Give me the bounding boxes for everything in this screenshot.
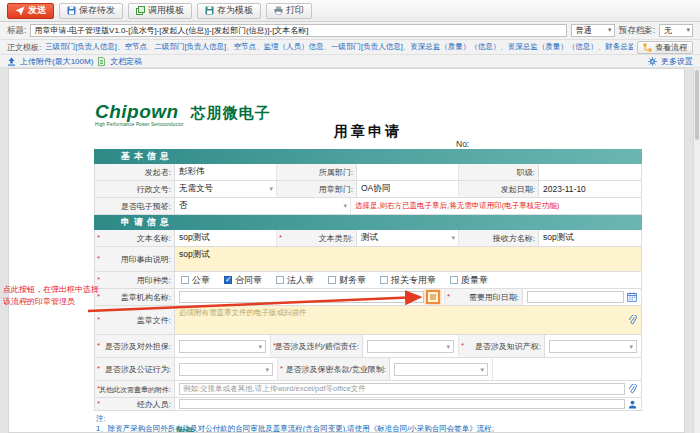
q-guarantee-label: 是否涉及对外担保: [95, 335, 175, 357]
seal-kind-options: 公章 合同章 法人章 财务章 报关专用章 质量章 [175, 272, 641, 288]
q-ip-label: 是否涉及知识产权: [459, 335, 545, 357]
text-type-select[interactable]: 测试 [357, 230, 459, 246]
q-guarantee-select[interactable] [179, 340, 266, 353]
vertical-scrollbar[interactable] [693, 68, 700, 433]
reason-textarea[interactable]: sop测试 [175, 247, 641, 271]
row-questions-2: 是否涉及公证行为: 是否涉及保密条款/竞业限制: [94, 358, 642, 381]
application-form: 基本信息 发起者: 彭彩伟 所属部门: 职级: 行政文号: 无需文号 用章部门:… [94, 149, 642, 433]
priority-select[interactable]: 普通 [571, 24, 615, 37]
q-secrecy-label: 是否涉及保密条款/竞业限制: [278, 358, 390, 380]
prestore-label: 预存档案: [619, 25, 655, 37]
document-page: Chipown High Performance Power Semicondu… [8, 68, 685, 433]
receiver-input[interactable]: sop测试 [539, 230, 641, 246]
seal-department-label: 用章部门: [277, 181, 357, 197]
calendar-icon[interactable] [627, 292, 637, 302]
attachment-row: 上传附件(最大100M) 文档定稿 更多设置 [0, 55, 700, 68]
more-settings-link[interactable]: 更多设置 [661, 56, 693, 67]
seal-file-textarea[interactable]: 必须附有需盖章文件的电子版或扫描件 [175, 306, 641, 334]
attachment-section-link[interactable]: 附件 [169, 425, 195, 433]
view-flow-button[interactable]: 查看流程 [637, 41, 693, 54]
text-name-input[interactable]: sop测试 [175, 230, 277, 246]
person-picker-icon[interactable] [628, 400, 637, 409]
receiver-label: 接收方名称: [459, 230, 539, 246]
attachment-section-label: 附件 [177, 425, 195, 433]
department-label: 所属部门: [277, 164, 357, 180]
seal-kind-option-zhiliangzhang[interactable]: 质量章 [450, 274, 488, 287]
view-flow-label: 查看流程 [655, 42, 687, 53]
seal-admin-picker-button[interactable] [426, 290, 440, 304]
row-doc-no: 行政文号: 无需文号 用章部门: OA协同 发起日期: 2023-11-10 [94, 181, 642, 198]
annotation-line: 点此按钮，在弹出框中选择 [3, 284, 99, 296]
scrollbar-thumb[interactable] [695, 70, 699, 140]
q-ip-select[interactable] [549, 340, 637, 353]
checkbox-label: 报关专用章 [391, 274, 436, 287]
seal-kind-option-gongzhang[interactable]: 公章 [181, 274, 210, 287]
flow-icon [643, 43, 652, 52]
q-breach-select[interactable] [367, 340, 454, 353]
row-seal-kind: 用印种类: 公章 合同章 法人章 财务章 报关专用章 质量章 [94, 272, 642, 289]
print-button[interactable]: 打印 [266, 3, 312, 19]
save-pending-button[interactable]: 保存待发 [59, 3, 123, 19]
printer-icon [274, 6, 283, 15]
checkbox-icon[interactable] [450, 276, 458, 284]
save-pending-label: 保存待发 [79, 4, 115, 17]
seal-kind-option-baoguan[interactable]: 报关专用章 [380, 274, 436, 287]
paperclip-icon [628, 315, 637, 325]
checkbox-label: 合同章 [235, 274, 262, 287]
paperclip-icon[interactable] [628, 384, 637, 394]
paper-plane-icon [15, 6, 25, 16]
start-date-value: 2023-11-10 [539, 181, 641, 197]
notes-label: 注: [96, 414, 640, 424]
attach-file-button[interactable] [628, 315, 637, 325]
body-template-tags[interactable]: 三级部门[负责人信息]、空节点、二级部门[负责人信息]、空节点、监理（人员）信息… [45, 42, 633, 52]
agent-input[interactable] [179, 399, 625, 409]
q-notary-cell [175, 358, 278, 380]
title-row: 标题: 用章申请-电子管理版V1.0-[流水号]-[发起人(信息)]-[发起部门… [0, 22, 700, 40]
checkbox-icon[interactable] [224, 276, 232, 284]
priority-value: 普通 [576, 25, 592, 36]
admin-doc-no-select[interactable]: 无需文号 [175, 181, 277, 197]
send-label: 发送 [28, 4, 46, 17]
esign-select[interactable]: 否 [175, 198, 351, 214]
title-label: 标题: [7, 25, 26, 37]
checkbox-icon[interactable] [276, 276, 284, 284]
need-date-label: 需要用印日期: [445, 289, 523, 305]
seal-department-value: OA协同 [357, 181, 459, 197]
checkbox-label: 质量章 [461, 274, 488, 287]
checkbox-icon[interactable] [380, 276, 388, 284]
start-date-label: 发起日期: [459, 181, 539, 197]
seal-kind-option-farenzhang[interactable]: 法人章 [276, 274, 314, 287]
oa-seal-application-window: 发送 保存待发 调用模板 存为模板 打印 标题: 用章申请-电子管理版V1.0-… [0, 0, 700, 433]
send-button[interactable]: 发送 [7, 3, 54, 19]
need-date-input[interactable] [527, 291, 624, 303]
prestore-value: 无 [664, 25, 672, 36]
doc-final-link[interactable]: 文档定稿 [110, 56, 142, 67]
save-as-template-label: 存为模板 [217, 4, 253, 17]
save-as-template-button[interactable]: 存为模板 [197, 3, 261, 19]
checkbox-icon[interactable] [181, 276, 189, 284]
doc-no-label: No: [456, 139, 469, 149]
print-label: 打印 [286, 4, 304, 17]
seal-kind-option-hetongzhang[interactable]: 合同章 [224, 274, 262, 287]
checkbox-label: 财务章 [339, 274, 366, 287]
q-notary-select[interactable] [179, 363, 273, 376]
list-picker-icon [429, 293, 437, 301]
originator-value: 彭彩伟 [175, 164, 277, 180]
prestore-select[interactable]: 无 [659, 24, 693, 37]
toolbar: 发送 保存待发 调用模板 存为模板 打印 [0, 0, 700, 22]
use-template-button[interactable]: 调用模板 [128, 3, 192, 19]
rank-label: 职级: [459, 164, 539, 180]
floppy-save-icon [205, 6, 214, 15]
form-title: 用章申请 [94, 123, 642, 141]
row-reason: 用印事由说明: sop测试 [94, 247, 642, 272]
row-esign: 是否电子预签: 否 选择是,则右方已盖电子章后,将无需申请用印(电子章核定功能) [94, 198, 642, 215]
other-files-input[interactable]: 例如:交接单或者其他,请上传word/excel/pdf等office文件 [179, 383, 625, 395]
seal-kind-option-caiwuzhang[interactable]: 财务章 [328, 274, 366, 287]
title-input[interactable]: 用章申请-电子管理版V1.0-[流水号]-[发起人(信息)]-[发起部门(信息)… [30, 24, 566, 37]
checkbox-icon[interactable] [328, 276, 336, 284]
seal-org-input[interactable] [179, 291, 424, 303]
q-secrecy-select[interactable] [394, 363, 488, 376]
department-value [357, 164, 459, 180]
originator-label: 发起者: [95, 164, 175, 180]
upload-attachment-link[interactable]: 上传附件(最大100M) [20, 56, 93, 67]
